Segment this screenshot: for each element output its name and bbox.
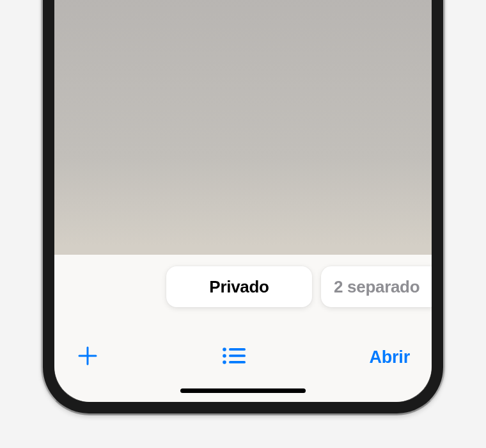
tab-group-private[interactable]: Privado — [166, 266, 312, 307]
svg-point-6 — [223, 360, 226, 364]
svg-point-2 — [223, 348, 226, 351]
plus-icon — [76, 344, 99, 370]
tab-groups-selector[interactable]: Privado 2 separado — [54, 266, 432, 311]
phone-bezel: Privado 2 separado — [43, 0, 443, 413]
safari-screen: Privado 2 separado — [54, 0, 432, 402]
open-button-label: Abrir — [369, 348, 410, 367]
tab-group-private-label: Privado — [209, 277, 269, 297]
open-button[interactable]: Abrir — [369, 348, 410, 367]
svg-rect-3 — [229, 348, 246, 351]
safari-toolbar: Abrir — [54, 335, 432, 379]
new-tab-button[interactable] — [76, 344, 99, 370]
svg-point-4 — [223, 354, 226, 358]
home-indicator[interactable] — [180, 388, 306, 393]
svg-rect-5 — [229, 355, 246, 357]
tab-groups-list-button[interactable] — [222, 346, 246, 368]
tab-group-next[interactable]: 2 separado — [321, 266, 432, 307]
safari-bottom-panel: Privado 2 separado — [54, 255, 432, 402]
tab-group-next-label: 2 separado — [334, 277, 419, 297]
list-bullet-icon — [222, 346, 246, 368]
svg-rect-7 — [229, 361, 246, 364]
phone-device-frame: Privado 2 separado — [43, 0, 443, 442]
